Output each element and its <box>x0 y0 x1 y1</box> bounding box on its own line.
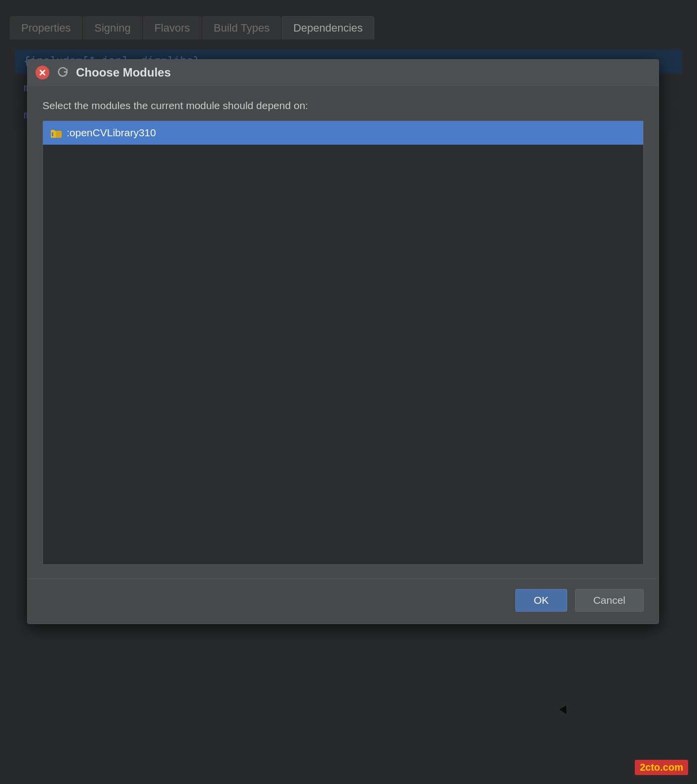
watermark: 2cto.com <box>635 760 688 775</box>
dialog-description: Select the modules the current module sh… <box>42 100 644 112</box>
dialog-title: Choose Modules <box>76 66 171 79</box>
svg-line-0 <box>40 70 45 75</box>
svg-rect-4 <box>51 130 55 132</box>
choose-modules-dialog: Choose Modules Select the modules the cu… <box>27 59 659 624</box>
dialog-titlebar: Choose Modules <box>28 60 658 86</box>
main-container: Properties Signing Flavors Build Types D… <box>0 0 697 784</box>
cancel-button[interactable]: Cancel <box>575 589 644 612</box>
module-list: :openCVLibrary310 <box>42 120 644 565</box>
svg-line-1 <box>40 70 45 75</box>
module-item-label: :openCVLibrary310 <box>67 127 156 139</box>
dialog-footer: OK Cancel <box>28 579 658 624</box>
ok-button[interactable]: OK <box>515 589 567 612</box>
dialog-body: Select the modules the current module sh… <box>28 86 658 579</box>
folder-icon <box>51 128 62 137</box>
module-item-opencv[interactable]: :openCVLibrary310 <box>43 121 643 145</box>
svg-rect-5 <box>52 132 53 136</box>
dialog-close-button[interactable] <box>36 66 49 79</box>
dialog-refresh-button[interactable] <box>56 66 69 79</box>
